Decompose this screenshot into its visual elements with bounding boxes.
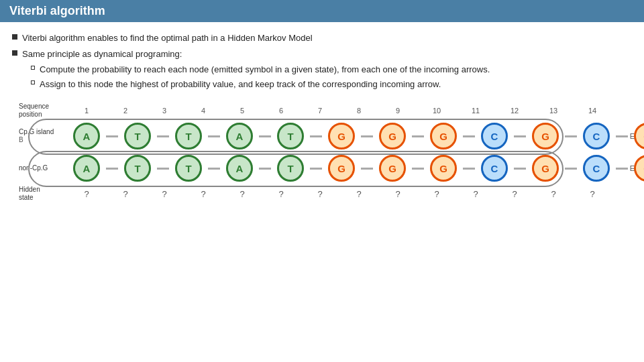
bullet-subtext-2: Assign to this node the highest of proba…	[40, 78, 441, 91]
noncpg-node-3: T	[175, 155, 202, 182]
cpg-island-label: Cp.G island B	[19, 128, 67, 144]
hidden-val-4: ?	[184, 189, 223, 199]
cpg-node-6: G	[328, 123, 355, 149]
cpg-node-9: C	[481, 123, 508, 149]
noncpg-node-10: G	[532, 155, 559, 182]
noncpg-conn-8	[463, 168, 475, 170]
pos-9: 9	[378, 107, 417, 115]
cpg-node-10: G	[532, 123, 559, 149]
hidden-val-9: ?	[378, 189, 417, 199]
cpg-conn-9	[514, 135, 526, 137]
hidden-val-8: ?	[339, 189, 378, 199]
cpg-conn-10	[565, 135, 577, 137]
pos-2: 2	[106, 107, 145, 115]
noncpg-nodes-line: A T T A T G G G C	[67, 155, 644, 182]
e-label-cpg: E	[630, 132, 635, 140]
pos-3: 3	[145, 107, 184, 115]
noncpg-conn-3	[208, 168, 220, 170]
bullet-sub-2: Assign to this node the highest of proba…	[31, 78, 632, 91]
noncpg-node-9: C	[481, 155, 508, 182]
noncpg-conn-1	[106, 168, 118, 170]
bullet-main-2: Same principle as dynamical programing:	[12, 48, 632, 61]
hidden-val-13: ?	[534, 189, 573, 199]
bullet-section: Viterbi algorithm enables to find the op…	[12, 32, 632, 90]
cpg-conn-7	[412, 135, 424, 137]
hidden-values: ? ? ? ? ? ? ? ? ? ? ? ? ? ?	[67, 189, 612, 199]
noncpg-conn-11	[616, 168, 628, 170]
pos-10: 10	[417, 107, 456, 115]
hidden-val-12: ?	[495, 189, 534, 199]
noncpg-node-12: G	[634, 155, 644, 182]
hidden-val-14: ?	[573, 189, 612, 199]
cpg-node-7: G	[379, 123, 406, 149]
bullet-text-2: Same principle as dynamical programing:	[22, 48, 182, 61]
noncpg-conn-10	[565, 168, 577, 170]
cpg-conn-11	[616, 135, 628, 137]
cpg-node-2: T	[124, 123, 151, 149]
cpg-conn-8	[463, 135, 475, 137]
noncpg-conn-6	[361, 168, 373, 170]
hidden-val-11: ?	[456, 189, 495, 199]
title-bar: Viterbi algorithm	[0, 0, 644, 22]
position-numbers: 1 2 3 4 5 6 7 8 9 10 11 12 13 14	[67, 107, 612, 115]
diagram-area: Sequenceposition 1 2 3 4 5 6 7 8 9 10 11…	[12, 103, 632, 202]
b-label-cpg: B	[19, 136, 23, 143]
pos-12: 12	[495, 107, 534, 115]
noncpg-node-6: G	[328, 155, 355, 182]
hidden-val-10: ?	[417, 189, 456, 199]
noncpg-node-8: G	[430, 155, 457, 182]
bullet-square-icon-2	[12, 50, 17, 56]
noncpg-node-4: A	[226, 155, 253, 182]
non-cpg-row: non-Cp.G A T T A T G G G	[19, 155, 625, 182]
noncpg-conn-5	[310, 168, 322, 170]
pos-4: 4	[184, 107, 223, 115]
cpg-node-12: G	[634, 123, 644, 149]
noncpg-node-11: C	[583, 155, 610, 182]
non-cpg-row-container: E non-Cp.G A T T A T G	[19, 155, 625, 182]
noncpg-conn-9	[514, 168, 526, 170]
non-cpg-label: non-Cp.G	[19, 164, 67, 172]
pos-8: 8	[339, 107, 378, 115]
pos-11: 11	[456, 107, 495, 115]
noncpg-node-5: T	[277, 155, 304, 182]
noncpg-node-1: A	[73, 155, 100, 182]
cpg-conn-4	[259, 135, 271, 137]
hidden-state-label: Hiddenstate	[19, 186, 67, 202]
hidden-state-row: Hiddenstate ? ? ? ? ? ? ? ? ? ? ? ? ? ?	[19, 186, 625, 202]
cpg-conn-1	[106, 135, 118, 137]
noncpg-node-7: G	[379, 155, 406, 182]
pos-6: 6	[262, 107, 301, 115]
sequence-position-row: Sequenceposition 1 2 3 4 5 6 7 8 9 10 11…	[19, 103, 625, 119]
cpg-island-row: Cp.G island B A T T A T G	[19, 123, 625, 149]
cpg-nodes-line: A T T A T G G G C	[67, 123, 644, 149]
cpg-node-3: T	[175, 123, 202, 149]
cpg-conn-2	[157, 135, 169, 137]
cpg-island-row-container: E Cp.G island B A T T A T	[19, 123, 625, 149]
pos-5: 5	[223, 107, 262, 115]
noncpg-conn-7	[412, 168, 424, 170]
hidden-val-7: ?	[301, 189, 339, 199]
noncpg-conn-2	[157, 168, 169, 170]
cpg-node-5: T	[277, 123, 304, 149]
noncpg-node-2: T	[124, 155, 151, 182]
bullet-text-1: Viterbi algorithm enables to find the op…	[22, 32, 313, 45]
cpg-conn-6	[361, 135, 373, 137]
bullet-subsquare-icon-2	[31, 80, 35, 84]
pos-1: 1	[67, 107, 106, 115]
page-title: Viterbi algorithm	[9, 4, 105, 17]
cpg-node-1: A	[73, 123, 100, 149]
noncpg-conn-4	[259, 168, 271, 170]
cpg-conn-3	[208, 135, 220, 137]
hidden-val-5: ?	[223, 189, 262, 199]
pos-13: 13	[534, 107, 573, 115]
sequence-position-label: Sequenceposition	[19, 103, 67, 119]
hidden-val-3: ?	[145, 189, 184, 199]
bullet-square-icon	[12, 34, 17, 40]
bullet-sub-1: Compute the probability to reach each no…	[31, 63, 632, 76]
e-label-noncpg: E	[630, 164, 635, 172]
hidden-val-2: ?	[106, 189, 145, 199]
pos-7: 7	[301, 107, 339, 115]
cpg-conn-5	[310, 135, 322, 137]
cpg-node-11: C	[583, 123, 610, 149]
bullet-subtext-1: Compute the probability to reach each no…	[40, 63, 490, 76]
